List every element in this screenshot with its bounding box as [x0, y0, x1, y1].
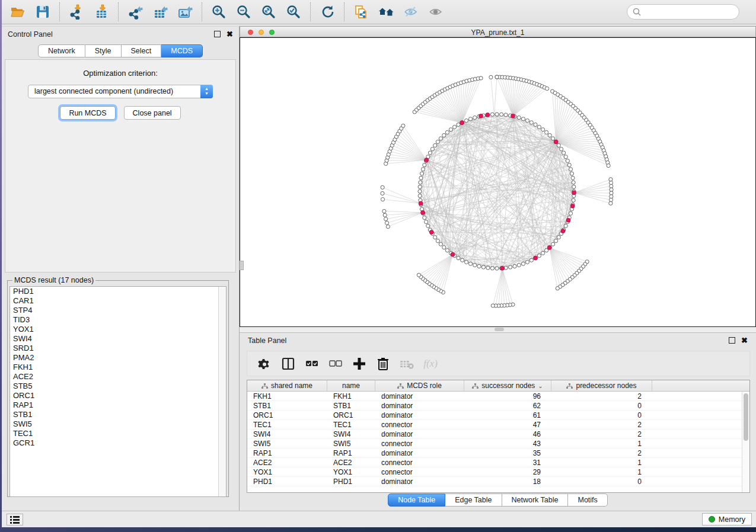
table-row[interactable]: RAP1RAP1dominator352	[247, 448, 742, 458]
column-header-MCDS-role[interactable]: MCDS role	[375, 380, 464, 391]
delete-row-button[interactable]	[375, 356, 391, 371]
network-horizontal-scrollbar[interactable]	[240, 327, 756, 332]
table-row[interactable]: ACE2ACE2connector311	[247, 458, 742, 467]
float-table-panel-icon[interactable]	[729, 337, 735, 344]
mcds-result-item[interactable]: ORC1	[10, 391, 226, 400]
cell-name: ACE2	[327, 458, 375, 467]
hide-selected-button[interactable]	[398, 2, 423, 22]
zoom-out-button[interactable]	[231, 2, 256, 22]
table-tab-network-table[interactable]: Network Table	[502, 493, 569, 507]
table-row[interactable]: YOX1YOX1connector291	[247, 467, 742, 477]
table-row[interactable]: ORC1ORC1dominator610	[247, 411, 742, 420]
table-tab-motifs[interactable]: Motifs	[568, 493, 607, 507]
function-builder-icon: f(x)	[423, 358, 438, 370]
tab-style[interactable]: Style	[85, 44, 122, 57]
add-row-button[interactable]	[352, 356, 367, 371]
first-neighbors-button[interactable]	[374, 2, 398, 22]
settings-button[interactable]	[257, 356, 272, 371]
close-panel-button[interactable]: Close panel	[124, 106, 181, 120]
table-panel-header: Table Panel ✖	[240, 333, 756, 348]
table-header-row: shared namenameMCDS rolesuccessor nodes⌄…	[247, 380, 749, 392]
mcds-result-item[interactable]: STB5	[10, 382, 226, 391]
open-file-button[interactable]	[5, 2, 30, 22]
mcds-result-item[interactable]: PHD1	[10, 287, 226, 296]
close-table-panel-icon[interactable]: ✖	[741, 336, 748, 345]
import-network-button[interactable]	[64, 2, 89, 22]
mcds-result-item[interactable]: ACE2	[10, 372, 226, 382]
network-vertical-scroll-thumb[interactable]	[240, 261, 244, 270]
mcds-result-item[interactable]: SWI4	[10, 334, 226, 344]
mcds-result-item[interactable]: TID3	[10, 315, 226, 325]
export-table-button[interactable]	[148, 2, 173, 22]
cell-MCDS-role: connector	[375, 420, 464, 429]
cell-predecessor-nodes: 0	[551, 477, 652, 486]
export-image-button[interactable]	[173, 2, 197, 22]
cell-shared-name: TEC1	[247, 420, 327, 429]
cell-name: ORC1	[327, 411, 375, 419]
network-horizontal-scroll-thumb[interactable]	[495, 328, 504, 331]
table-scroll-thumb[interactable]	[744, 393, 748, 441]
cell-successor-nodes: 47	[464, 420, 551, 429]
optimization-criterion-select[interactable]: largest connected component (undirected)…	[28, 85, 213, 98]
copy-network-button[interactable]	[349, 2, 374, 22]
mcds-result-item[interactable]: RAP1	[10, 400, 226, 410]
mcds-result-item[interactable]: SWI5	[10, 419, 226, 429]
mcds-result-item[interactable]: CAR1	[10, 296, 226, 306]
network-window-titlebar[interactable]: YPA_prune.txt_1	[240, 26, 756, 37]
mcds-result-item[interactable]: STP4	[10, 306, 226, 315]
table-row[interactable]: TEC1TEC1connector472	[247, 420, 742, 430]
cell-predecessor-nodes: 1	[551, 458, 652, 467]
mcds-result-item[interactable]: PMA2	[10, 353, 226, 363]
zoom-selected-button[interactable]	[281, 2, 306, 22]
toolbar-separator	[202, 2, 202, 21]
cell-MCDS-role: dominator	[375, 411, 464, 419]
cell-predecessor-nodes: 2	[551, 430, 652, 438]
show-all-button[interactable]	[423, 2, 448, 22]
zoom-in-button[interactable]	[206, 2, 231, 22]
select-all-button[interactable]	[304, 356, 320, 371]
task-history-button[interactable]	[7, 514, 23, 525]
network-view-window: YPA_prune.txt_1	[240, 26, 756, 332]
memory-button[interactable]: Memory	[702, 513, 752, 525]
table-tab-node-table[interactable]: Node Table	[388, 493, 445, 507]
show-columns-button[interactable]	[280, 356, 296, 371]
search-box[interactable]	[627, 4, 739, 20]
mcds-result-list[interactable]: PHD1CAR1STP4TID3YOX1SWI4SRD1PMA2FKH1ACE2…	[9, 286, 227, 497]
network-canvas[interactable]	[240, 37, 756, 327]
zoom-fit-button[interactable]	[256, 2, 281, 22]
mcds-result-item[interactable]: STB1	[10, 410, 226, 419]
cell-successor-nodes: 35	[464, 448, 551, 457]
mcds-result-item[interactable]: FKH1	[10, 363, 226, 372]
table-tab-edge-table[interactable]: Edge Table	[445, 493, 502, 507]
mcds-result-item[interactable]: GCR1	[10, 438, 226, 448]
table-row[interactable]: FKH1FKH1dominator962	[247, 392, 742, 401]
column-header-successor-nodes[interactable]: successor nodes⌄	[464, 380, 551, 391]
export-network-button[interactable]	[123, 2, 148, 22]
clear-selection-button[interactable]	[328, 356, 343, 371]
table-row[interactable]: STB1STB1dominator620	[247, 401, 742, 411]
save-session-button[interactable]	[30, 2, 55, 22]
table-scrollbar[interactable]	[742, 392, 749, 492]
cell-name: SWI5	[327, 439, 375, 448]
mcds-result-item[interactable]: YOX1	[10, 325, 226, 334]
run-mcds-button[interactable]: Run MCDS	[60, 106, 115, 120]
column-header-shared-name[interactable]: shared name	[247, 380, 327, 391]
tab-network[interactable]: Network	[38, 44, 85, 57]
import-table-button[interactable]	[89, 2, 114, 22]
tab-mcds[interactable]: MCDS	[161, 44, 203, 57]
mcds-result-item[interactable]: TEC1	[10, 429, 226, 438]
table-row[interactable]: SWI4SWI4dominator462	[247, 430, 742, 439]
mcds-result-item[interactable]: SRD1	[10, 344, 226, 353]
table-row[interactable]: SWI5SWI5connector431	[247, 439, 742, 448]
column-header-predecessor-nodes[interactable]: predecessor nodes	[551, 380, 652, 391]
tab-select[interactable]: Select	[122, 44, 162, 57]
close-panel-icon[interactable]: ✖	[227, 30, 233, 39]
column-header-name[interactable]: name	[327, 380, 375, 391]
mcds-list-scrollbar[interactable]	[218, 287, 226, 496]
function-builder-button: f(x)	[423, 356, 438, 371]
float-panel-icon[interactable]	[214, 31, 221, 37]
table-row[interactable]: PHD1PHD1dominator180	[247, 477, 742, 486]
apply-preferred-layout-button[interactable]	[315, 2, 340, 22]
search-input[interactable]	[641, 8, 730, 16]
memory-status-icon	[709, 516, 715, 523]
